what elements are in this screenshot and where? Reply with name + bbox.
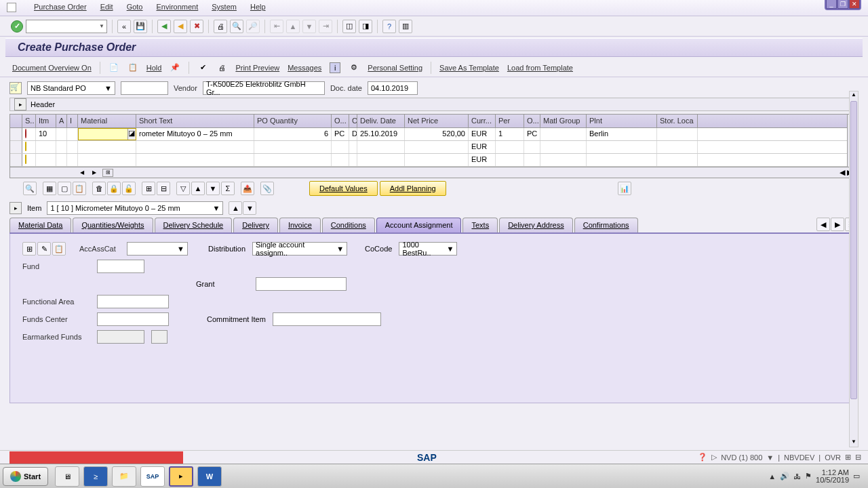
task-sapgui-icon[interactable]: ▸ [169, 466, 193, 487]
functional-area-input[interactable] [97, 295, 169, 308]
commitment-item-input[interactable] [273, 312, 381, 326]
cart-icon[interactable]: 🛒 [9, 82, 22, 94]
vendor-input[interactable]: T-K500E25 Elektroblitz GmbH Gr... [203, 81, 325, 95]
col-itm[interactable]: Itm [36, 115, 56, 127]
sort-asc-icon[interactable]: ▲ [191, 182, 205, 195]
table-view-icon[interactable]: ⊞ [22, 242, 36, 256]
layout-icon[interactable]: ▥ [399, 20, 412, 33]
col-matl-group[interactable]: Matl Group [540, 115, 587, 127]
show-desktop-icon[interactable]: ▭ [853, 472, 860, 481]
filter-icon[interactable]: ▽ [176, 182, 190, 195]
cell-oun[interactable]: PC [332, 128, 349, 140]
cell-qty[interactable]: 6 [254, 128, 332, 140]
col-per[interactable]: Per [496, 115, 524, 127]
start-button[interactable]: Start [3, 467, 48, 486]
nav-status-icon[interactable]: ▷ [711, 453, 717, 462]
cell-itm[interactable]: 10 [36, 128, 56, 140]
prev-item-icon[interactable]: ▲ [229, 201, 242, 215]
tab-conditions[interactable]: Conditions [322, 218, 375, 232]
status-icon-2[interactable]: ⊟ [855, 453, 861, 462]
tray-expand-icon[interactable]: ▲ [768, 472, 776, 481]
cell-deliv[interactable]: 25.10.2019 [357, 128, 405, 140]
copy-item-icon[interactable]: 📋 [73, 182, 86, 195]
hold-button[interactable]: Hold [146, 64, 162, 72]
overview-icon[interactable]: ⊟ [157, 182, 170, 195]
col-a[interactable]: A [56, 115, 67, 127]
tab-account-assignment[interactable]: Account Assignment [376, 218, 462, 232]
po-number-input[interactable] [121, 81, 168, 95]
tab-invoice[interactable]: Invoice [279, 218, 321, 232]
task-folder-icon[interactable]: 📁 [112, 466, 136, 487]
accasscat-dropdown[interactable]: ▼ [127, 242, 188, 256]
status-icon-1[interactable]: ⊞ [845, 453, 851, 462]
back-green-icon[interactable]: ◀ [157, 20, 171, 33]
doc-overview-button[interactable]: Document Overview On [12, 64, 92, 72]
scroll-left-icon[interactable]: ◀ [78, 169, 86, 177]
cell-material[interactable]: ◪ [78, 128, 136, 140]
col-short-text[interactable]: Short Text [136, 115, 254, 127]
expand-header-icon[interactable]: ▸ [14, 98, 26, 110]
delete-icon[interactable]: 🗑 [92, 182, 106, 195]
menu-goto[interactable]: Goto [127, 3, 143, 13]
col-plnt[interactable]: Plnt [587, 115, 657, 127]
menu-help[interactable]: Help [250, 3, 266, 13]
sum-icon[interactable]: Σ [221, 182, 235, 195]
collapse-item-icon[interactable]: ▸ [9, 202, 22, 214]
cell-curr[interactable]: EUR [469, 154, 496, 166]
enter-icon[interactable]: ✓ [11, 20, 23, 33]
shortcut-icon[interactable]: ◨ [359, 20, 372, 33]
col-curr[interactable]: Curr... [469, 115, 496, 127]
col-net-price[interactable]: Net Price [405, 115, 469, 127]
item-selector-dropdown[interactable]: 1 [ 10 ] Micrometer Mitutoyo 0 – 25 mm▼ [47, 201, 223, 215]
table-row[interactable]: 10 ◪ rometer Mitutoyo 0 – 25 mm 6 PC D 2… [10, 128, 858, 141]
tab-texts[interactable]: Texts [462, 218, 498, 232]
cell-short-text[interactable]: rometer Mitutoyo 0 – 25 mm [136, 128, 254, 140]
cocode-dropdown[interactable]: 1000 BestRu..▼ [399, 242, 457, 256]
cell-curr[interactable]: EUR [469, 141, 496, 153]
col-material[interactable]: Material [78, 115, 136, 127]
menu-edit[interactable]: Edit [100, 3, 113, 13]
tab-delivery-schedule[interactable]: Delivery Schedule [155, 218, 233, 232]
col-po-quantity[interactable]: PO Quantity [254, 115, 332, 127]
distribution-dropdown[interactable]: Single account assignm..▼ [252, 242, 347, 256]
scroll-right-icon[interactable]: ▶ [90, 169, 98, 177]
minimize-icon[interactable]: _ [826, 0, 837, 9]
menu-environment[interactable]: Environment [156, 3, 198, 13]
export-icon[interactable]: 📤 [241, 182, 254, 195]
command-field[interactable]: ▼ [26, 20, 107, 33]
new-session-icon[interactable]: ◫ [342, 20, 356, 33]
col-status[interactable]: S.. [22, 115, 36, 127]
load-template-button[interactable]: Load from Template [507, 64, 573, 72]
personal-setting-button[interactable]: Personal Setting [368, 64, 422, 72]
deselect-all-icon[interactable]: ▢ [58, 182, 71, 195]
unlock-icon[interactable]: 🔓 [122, 182, 136, 195]
tab-confirmations[interactable]: Confirmations [574, 218, 638, 232]
tray-speaker-icon[interactable]: 🔊 [780, 472, 789, 481]
print-preview-button[interactable]: Print Preview [235, 64, 279, 72]
fund-input[interactable] [97, 260, 144, 273]
back-icon[interactable]: « [117, 20, 131, 33]
tab-delivery-address[interactable]: Delivery Address [499, 218, 573, 232]
close-icon[interactable]: ✕ [849, 0, 860, 9]
addl-planning-button[interactable]: Addl Planning [380, 181, 446, 196]
col-deliv-date[interactable]: Deliv. Date [357, 115, 405, 127]
main-scrollbar[interactable]: ▲ ▼ [849, 91, 859, 447]
task-powershell-icon[interactable]: ≥ [83, 466, 108, 487]
cell-price[interactable]: 520,00 [405, 128, 469, 140]
table-row[interactable]: EUR [10, 141, 858, 154]
maximize-icon[interactable]: ❐ [837, 0, 848, 9]
menu-system[interactable]: System [212, 3, 237, 13]
doc-date-input[interactable]: 04.10.2019 [368, 81, 418, 95]
order-type-dropdown[interactable]: NB Standard PO▼ [27, 81, 115, 95]
client-indicator[interactable]: NVD (1) 800 [721, 453, 762, 462]
cell-c[interactable]: D [349, 128, 357, 140]
find-item-icon[interactable]: 🔍 [23, 182, 37, 195]
tab-scroll-right-icon[interactable]: ▶ [831, 218, 844, 231]
exit-icon[interactable]: ◀ [174, 20, 187, 33]
next-item-icon[interactable]: ▼ [243, 201, 256, 215]
menu-purchase-order[interactable]: Purchase Order [34, 3, 87, 13]
lock-icon[interactable]: 🔒 [107, 182, 121, 195]
funds-center-input[interactable] [97, 312, 169, 326]
f4-help-icon[interactable]: ◪ [127, 129, 136, 140]
create-icon[interactable]: 📄 [108, 62, 119, 73]
